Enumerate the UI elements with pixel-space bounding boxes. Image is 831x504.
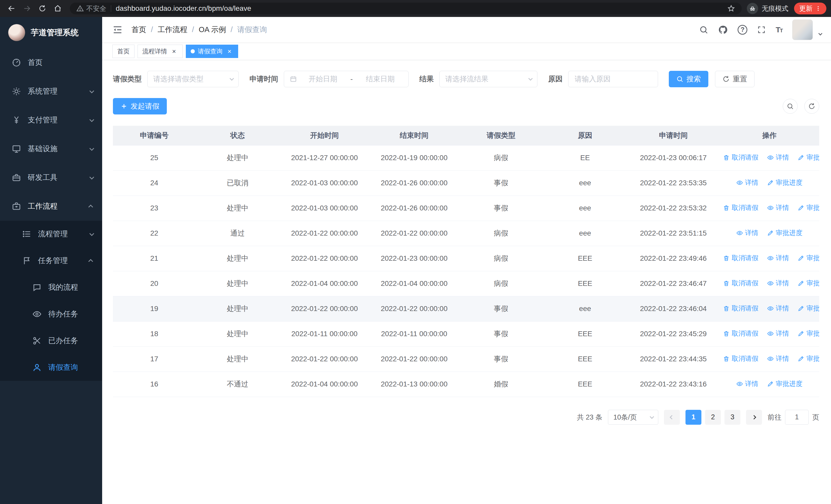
sidebar-item-home[interactable]: 首页: [0, 48, 102, 77]
sidebar-item-todo-tasks[interactable]: 待办任务: [0, 301, 102, 327]
browser-back-icon[interactable]: [5, 2, 19, 16]
cell-end-time: 2022-01-22 00:00:00: [369, 221, 459, 246]
cancel-leave-link[interactable]: 取消请假: [723, 354, 758, 363]
detail-link[interactable]: 详情: [767, 254, 789, 263]
sidebar-item-task-management[interactable]: 任务管理: [0, 247, 102, 274]
breadcrumb-oa-example[interactable]: OA 示例: [199, 25, 226, 35]
cell-reason: EEE: [543, 321, 627, 347]
goto-page-input[interactable]: [785, 410, 809, 425]
approval-progress-link[interactable]: 审批进度: [798, 279, 819, 288]
sidebar-item-payment[interactable]: 支付管理: [0, 106, 102, 135]
sidebar-item-system[interactable]: 系统管理: [0, 77, 102, 106]
help-icon[interactable]: ?: [738, 25, 747, 35]
refresh-table-button[interactable]: [804, 99, 819, 114]
cell-apply-time: 2022-01-22 23:53:35: [627, 170, 720, 196]
url-text[interactable]: dashboard.yudao.iocoder.cn/bpm/oa/leave: [116, 4, 727, 12]
browser-reload-icon[interactable]: [35, 2, 49, 16]
cancel-leave-link[interactable]: 取消请假: [723, 254, 758, 263]
bookmark-star-icon[interactable]: [727, 5, 735, 12]
search-button[interactable]: 搜索: [669, 71, 708, 87]
font-size-icon[interactable]: TT: [776, 25, 782, 34]
page-button-2[interactable]: 2: [705, 410, 721, 425]
cancel-leave-link[interactable]: 取消请假: [723, 279, 758, 288]
tab-home[interactable]: 首页: [112, 45, 135, 58]
result-select[interactable]: 请选择流结果: [439, 71, 537, 87]
address-bar[interactable]: 不安全 dashboard.yudao.iocoder.cn/bpm/oa/le…: [70, 3, 742, 14]
breadcrumb-home[interactable]: 首页: [132, 25, 146, 35]
header-search-icon[interactable]: [699, 25, 708, 34]
detail-link[interactable]: 详情: [767, 329, 789, 338]
sidebar-item-process-management[interactable]: 流程管理: [0, 221, 102, 247]
user-avatar[interactable]: [792, 20, 813, 40]
cell-reason: EEE: [543, 271, 627, 296]
date-range-separator: -: [349, 75, 354, 83]
approval-progress-link[interactable]: 审批进度: [798, 254, 819, 263]
tab-leave-query[interactable]: 请假查询 ×: [186, 45, 238, 58]
sidebar-item-my-process[interactable]: 我的流程: [0, 274, 102, 301]
sidebar-item-workflow[interactable]: 工作流程: [0, 192, 102, 221]
create-leave-button[interactable]: 发起请假: [113, 98, 167, 114]
cell-apply-time: 2022-01-22 23:43:16: [627, 372, 720, 397]
approval-progress-link[interactable]: 审批进度: [767, 178, 803, 187]
workflow-icon: [12, 202, 21, 211]
approval-progress-link[interactable]: 审批进度: [798, 203, 819, 212]
reason-input[interactable]: [568, 71, 658, 87]
browser-forward-icon[interactable]: [20, 2, 34, 16]
close-tab-icon[interactable]: ×: [226, 48, 233, 55]
trash-icon: [723, 305, 729, 312]
update-button[interactable]: 更新: [794, 3, 826, 14]
avatar-caret-icon[interactable]: [819, 32, 823, 36]
detail-link[interactable]: 详情: [767, 304, 789, 313]
sidebar-collapse-icon[interactable]: [112, 25, 123, 35]
toggle-search-button[interactable]: [783, 99, 798, 114]
col-reason: 原因: [543, 126, 627, 145]
cell-end-time: 2022-01-11 00:00:00: [369, 321, 459, 347]
security-warning[interactable]: 不安全: [77, 4, 106, 13]
sidebar-item-leave-query[interactable]: 请假查询: [0, 354, 102, 381]
prev-page-button[interactable]: [664, 410, 680, 425]
cell-start-time: 2022-01-22 00:00:00: [280, 221, 369, 246]
reset-button[interactable]: 重置: [715, 71, 754, 87]
cancel-leave-link[interactable]: 取消请假: [723, 304, 758, 313]
chevron-down-icon: [89, 175, 94, 179]
table-row: 22 通过 2022-01-22 00:00:00 2022-01-22 00:…: [113, 221, 819, 246]
detail-link[interactable]: 详情: [736, 379, 758, 388]
browser-home-icon[interactable]: [51, 2, 65, 16]
tab-process-detail[interactable]: 流程详情 ×: [138, 45, 183, 58]
chevron-down-icon: [89, 231, 94, 236]
approval-progress-link[interactable]: 审批进度: [798, 354, 819, 363]
sidebar-item-done-tasks[interactable]: 已办任务: [0, 327, 102, 354]
fullscreen-icon[interactable]: [757, 25, 766, 34]
detail-link[interactable]: 详情: [767, 153, 789, 162]
page-size-select[interactable]: 10条/页: [608, 410, 658, 425]
approval-progress-link[interactable]: 审批进度: [767, 228, 803, 237]
page-button-3[interactable]: 3: [724, 410, 740, 425]
github-icon[interactable]: [718, 25, 728, 35]
sidebar-item-devtools[interactable]: 研发工具: [0, 163, 102, 192]
next-page-button[interactable]: [746, 410, 762, 425]
dashboard-icon: [12, 58, 21, 67]
cancel-leave-link[interactable]: 取消请假: [723, 203, 758, 212]
approval-progress-link[interactable]: 审批进度: [798, 153, 819, 162]
detail-link[interactable]: 详情: [767, 279, 789, 288]
cancel-leave-link[interactable]: 取消请假: [723, 329, 758, 338]
approval-progress-link[interactable]: 审批进度: [798, 304, 819, 313]
detail-link[interactable]: 详情: [767, 354, 789, 363]
table-row: 24 已取消 2022-01-03 00:00:00 2022-01-26 00…: [113, 170, 819, 196]
user-icon: [32, 363, 41, 372]
approval-progress-link[interactable]: 审批进度: [798, 329, 819, 338]
detail-link[interactable]: 详情: [736, 178, 758, 187]
cancel-leave-link[interactable]: 取消请假: [723, 153, 758, 162]
detail-link[interactable]: 详情: [767, 203, 789, 212]
breadcrumb-current: 请假查询: [237, 25, 267, 35]
sidebar-item-infrastructure[interactable]: 基础设施: [0, 135, 102, 163]
eye-icon: [736, 230, 743, 236]
leave-type-select[interactable]: 请选择请假类型: [147, 71, 239, 87]
apply-time-range-picker[interactable]: 开始日期 - 结束日期: [284, 71, 408, 87]
close-tab-icon[interactable]: ×: [170, 48, 178, 55]
page-button-1[interactable]: 1: [686, 410, 701, 425]
col-leave-type: 请假类型: [459, 126, 543, 145]
breadcrumb-workflow[interactable]: 工作流程: [157, 25, 188, 35]
approval-progress-link[interactable]: 审批进度: [767, 379, 803, 388]
detail-link[interactable]: 详情: [736, 228, 758, 237]
